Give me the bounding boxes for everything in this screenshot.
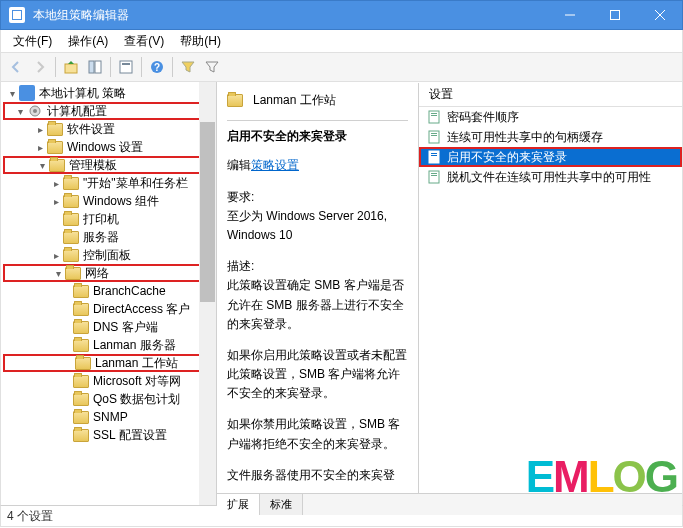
tree-root[interactable]: ▾ 本地计算机 策略 [3,84,216,102]
help-button[interactable]: ? [146,56,168,78]
back-button[interactable] [5,56,27,78]
properties-button[interactable] [115,56,137,78]
tree-branchcache[interactable]: BranchCache [3,282,216,300]
setting-row-selected[interactable]: 启用不安全的来宾登录 [419,147,682,167]
description-text: 如果你启用此策略设置或者未配置此策略设置，SMB 客户端将允许不安全的来宾登录。 [227,346,408,404]
expander-icon[interactable]: ▸ [33,122,47,136]
maximize-button[interactable] [592,1,637,30]
tree-snmp[interactable]: SNMP [3,408,216,426]
tree-control-panel[interactable]: ▸ 控制面板 [3,246,216,264]
toolbar-separator [55,57,56,77]
settings-pane: 设置 密码套件顺序 连续可用性共享中的句柄缓存 启用不安全的来宾登录 [418,83,682,493]
scrollbar-thumb[interactable] [200,122,215,302]
svg-rect-5 [122,63,130,65]
toolbar-separator [172,57,173,77]
tree-lanman-workstation[interactable]: Lanman 工作站 [3,354,216,372]
window-titlebar: 本地组策略编辑器 [0,0,683,30]
svg-rect-17 [431,153,437,154]
svg-point-9 [33,109,37,113]
tree-label: DNS 客户端 [93,319,158,336]
tree-label: Microsoft 对等网 [93,373,181,390]
tree-directaccess[interactable]: DirectAccess 客户 [3,300,216,318]
folder-icon [63,213,79,226]
setting-label: 密码套件顺序 [447,109,519,126]
setting-label: 连续可用性共享中的句柄缓存 [447,129,603,146]
menu-action[interactable]: 操作(A) [60,30,116,53]
filter-button[interactable] [177,56,199,78]
show-hide-button[interactable] [84,56,106,78]
tree-label: 打印机 [83,211,119,228]
description-text: 文件服务器使用不安全的来宾登 [227,466,408,485]
forward-button[interactable] [29,56,51,78]
expander-icon[interactable]: ▸ [33,140,47,154]
tree-server[interactable]: ▸ 服务器 [3,228,216,246]
svg-rect-12 [431,115,437,116]
expander-icon[interactable]: ▸ [49,194,63,208]
svg-rect-13 [429,131,439,143]
folder-icon [63,231,79,244]
tree-admin-templates[interactable]: ▾ 管理模板 [3,156,216,174]
policy-icon [427,110,441,124]
tree-ssl-config[interactable]: SSL 配置设置 [3,426,216,444]
tree-qos[interactable]: QoS 数据包计划 [3,390,216,408]
requirements-label: 要求: [227,188,408,207]
tree-printers[interactable]: ▸ 打印机 [3,210,216,228]
folder-icon [63,249,79,262]
description-text: 如果你禁用此策略设置，SMB 客户端将拒绝不安全的来宾登录。 [227,415,408,453]
edit-policy-link[interactable]: 策略设置 [251,158,299,172]
filter-options-button[interactable] [201,56,223,78]
tree-label: SSL 配置设置 [93,427,167,444]
tree-label: 控制面板 [83,247,131,264]
expander-icon[interactable]: ▾ [51,266,65,280]
close-button[interactable] [637,1,682,30]
minimize-button[interactable] [547,1,592,30]
tab-standard[interactable]: 标准 [260,494,303,515]
status-text: 4 个设置 [7,508,53,525]
setting-row[interactable]: 连续可用性共享中的句柄缓存 [419,127,682,147]
svg-rect-19 [429,171,439,183]
tree-start-taskbar[interactable]: ▸ "开始"菜单和任务栏 [3,174,216,192]
tree-label: 网络 [85,265,109,282]
tree-computer-config[interactable]: ▾ 计算机配置 [3,102,216,120]
policy-icon [427,150,441,164]
expander-icon[interactable]: ▸ [49,176,63,190]
svg-rect-14 [431,133,437,134]
tree-label: SNMP [93,410,128,424]
description-text: 此策略设置确定 SMB 客户端是否允许在 SMB 服务器上进行不安全的来宾登录。 [227,276,408,334]
app-icon [9,7,25,23]
svg-rect-4 [120,61,132,73]
edit-prefix: 编辑 [227,158,251,172]
tree-ms-peer[interactable]: Microsoft 对等网 [3,372,216,390]
folder-icon [47,141,63,154]
tree-label: Lanman 服务器 [93,337,176,354]
svg-text:?: ? [154,62,160,73]
folder-icon [63,195,79,208]
folder-icon [73,321,89,334]
setting-label: 脱机文件在连续可用性共享中的可用性 [447,169,651,186]
menu-view[interactable]: 查看(V) [116,30,172,53]
tree-software-settings[interactable]: ▸ 软件设置 [3,120,216,138]
tree-network[interactable]: ▾ 网络 [3,264,216,282]
tab-extended[interactable]: 扩展 [217,494,260,515]
tree-windows-settings[interactable]: ▸ Windows 设置 [3,138,216,156]
detail-pane: Lanman 工作站 启用不安全的来宾登录 编辑策略设置 要求: 至少为 Win… [217,83,418,493]
setting-row[interactable]: 脱机文件在连续可用性共享中的可用性 [419,167,682,187]
setting-row[interactable]: 密码套件顺序 [419,107,682,127]
svg-rect-10 [429,111,439,123]
up-button[interactable] [60,56,82,78]
expander-icon[interactable]: ▾ [5,86,19,100]
tree-label: QoS 数据包计划 [93,391,180,408]
expander-icon[interactable]: ▾ [13,104,27,118]
menu-file[interactable]: 文件(F) [5,30,60,53]
folder-icon [73,375,89,388]
tree-lanman-server[interactable]: Lanman 服务器 [3,336,216,354]
tree-windows-components[interactable]: ▸ Windows 组件 [3,192,216,210]
menu-help[interactable]: 帮助(H) [172,30,229,53]
tree-scrollbar[interactable] [199,82,216,505]
expander-icon[interactable]: ▸ [49,248,63,262]
tree-label: 计算机配置 [47,103,107,120]
settings-column-header[interactable]: 设置 [419,83,682,107]
tree-dns-client[interactable]: DNS 客户端 [3,318,216,336]
expander-icon[interactable]: ▾ [35,158,49,172]
folder-icon [73,339,89,352]
